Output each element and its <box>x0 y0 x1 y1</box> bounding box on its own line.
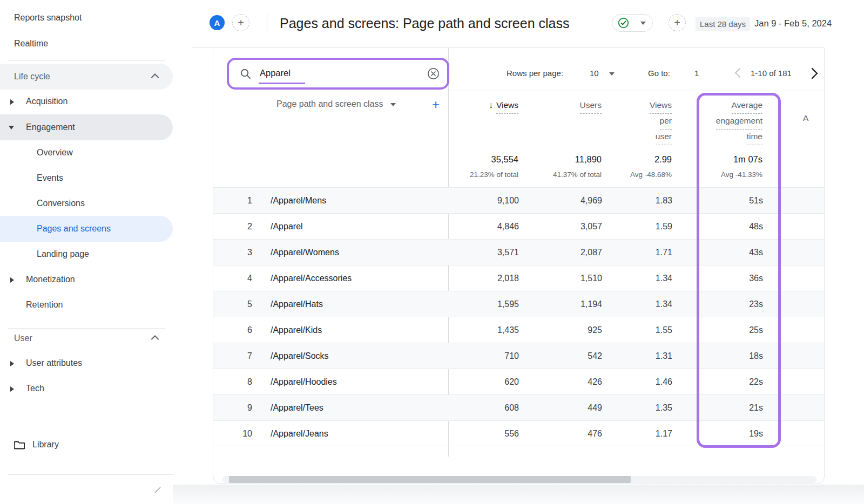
sidebar-item-user-attributes[interactable]: User attributes <box>0 350 173 376</box>
totals-views-per-user: 2.99 <box>600 154 672 165</box>
sidebar-item-engagement[interactable]: Engagement <box>0 114 173 140</box>
totals-views-per-user-sub: Avg -48.68% <box>600 171 672 179</box>
sidebar-item-label: User attributes <box>26 358 82 368</box>
search-value-underline <box>259 83 305 84</box>
expand-down-icon <box>9 126 14 130</box>
search-icon <box>240 68 252 80</box>
sidebar-item-conversions[interactable]: Conversions <box>0 190 173 216</box>
check-circle-icon <box>618 17 629 29</box>
sidebar-item-retention[interactable]: Retention <box>0 292 173 318</box>
table-row[interactable]: 10 /Apparel/Jeans 556 476 1.17 19s <box>213 420 824 446</box>
section-label: Life cycle <box>14 72 50 81</box>
add-dimension-button[interactable]: + <box>432 97 440 112</box>
go-to-label: Go to: <box>648 69 670 78</box>
date-range-value[interactable]: Jan 9 - Feb 5, 2024 <box>754 18 832 29</box>
date-range-preset[interactable]: Last 28 days <box>696 17 750 31</box>
totals-avg-engagement: 1m 07s <box>691 154 762 165</box>
sidebar-item-label: Library <box>32 440 59 449</box>
sidebar-item-label: Events <box>37 173 63 183</box>
sidebar-item-label: Conversions <box>37 199 85 208</box>
table-row[interactable]: 6 /Apparel/Kids 1,435 925 1.55 25s <box>213 317 824 343</box>
sidebar-item-label: Reports snapshot <box>14 13 82 23</box>
sidebar-item-library[interactable]: Library <box>0 432 173 458</box>
totals-views: 35,554 <box>448 154 518 165</box>
reports-sidebar: Reports snapshot Realtime Life cycle Acq… <box>0 0 173 504</box>
go-to-input[interactable]: 1 <box>694 69 699 78</box>
table-row[interactable]: 5 /Apparel/Hats 1,595 1,194 1.34 23s <box>213 291 824 317</box>
sidebar-item-overview[interactable]: Overview <box>0 140 173 166</box>
sidebar-item-reports-snapshot[interactable]: Reports snapshot <box>0 5 173 31</box>
resize-handle-icon[interactable] <box>153 486 162 494</box>
sidebar-item-label: Overview <box>37 148 73 158</box>
rows-per-page-value[interactable]: 10 <box>590 69 599 78</box>
column-header-views[interactable]: ↓Views <box>448 98 518 114</box>
column-header-views-per-user[interactable]: Views per user <box>600 98 672 145</box>
search-highlight-annotation: Apparel <box>227 58 449 90</box>
totals-users: 11,890 <box>530 154 602 165</box>
report-status-button[interactable] <box>612 14 653 32</box>
table-row[interactable]: 8 /Apparel/Hoodies 620 426 1.46 22s <box>213 369 824 394</box>
chevron-up-icon <box>151 335 159 340</box>
next-page-icon[interactable] <box>811 67 818 79</box>
search-value: Apparel <box>260 68 291 78</box>
sort-descending-icon: ↓ <box>489 100 493 110</box>
dimension-header[interactable]: Page path and screen class <box>276 99 396 109</box>
pagination-range: 1-10 of 181 <box>751 69 792 78</box>
chevron-down-icon <box>640 22 646 25</box>
rows-per-page-label: Rows per page: <box>507 69 563 78</box>
dimension-dropdown-icon <box>390 103 396 106</box>
chevron-up-icon <box>151 73 159 78</box>
toolbar-border <box>449 91 824 91</box>
sidebar-item-label: Acquisition <box>26 97 68 106</box>
sidebar-item-label: Engagement <box>26 122 75 132</box>
sidebar-item-label: Landing page <box>37 249 89 259</box>
table-row[interactable]: 3 /Apparel/Womens 3,571 2,087 1.71 43s <box>213 239 824 265</box>
sidebar-item-landing-page[interactable]: Landing page <box>0 241 173 267</box>
sidebar-item-label: Tech <box>26 384 44 393</box>
table-row[interactable]: 1 /Apparel/Mens 9,100 4,969 1.83 51s <box>213 187 824 213</box>
sidebar-item-monetization[interactable]: Monetization <box>0 267 173 292</box>
sidebar-section-life-cycle[interactable]: Life cycle <box>0 64 173 90</box>
search-input[interactable]: Apparel <box>229 60 447 87</box>
header-border <box>192 47 213 48</box>
section-label: User <box>14 333 32 343</box>
table-row[interactable]: 4 /Apparel/Accessories 2,018 1,510 1.34 … <box>213 265 824 291</box>
add-comparison-button[interactable]: + <box>232 14 249 31</box>
column-header-users[interactable]: Users <box>530 98 602 114</box>
horizontal-scrollbar-thumb[interactable] <box>229 476 631 483</box>
rows-per-page-dropdown-icon[interactable] <box>609 72 615 76</box>
sidebar-item-label: Monetization <box>26 275 75 284</box>
sidebar-item-label: Retention <box>26 300 63 310</box>
sidebar-item-events[interactable]: Events <box>0 165 173 191</box>
sidebar-item-label: Pages and screens <box>37 224 111 234</box>
dimension-header-label: Page path and screen class <box>276 99 383 109</box>
avatar[interactable]: A <box>210 15 225 30</box>
header-divider <box>267 12 267 33</box>
expand-right-icon <box>10 99 14 105</box>
previous-page-icon[interactable] <box>734 67 741 78</box>
table-row[interactable]: 7 /Apparel/Socks 710 542 1.31 18s <box>213 343 824 369</box>
expand-right-icon <box>10 361 14 366</box>
clear-search-icon[interactable] <box>427 67 440 80</box>
add-report-button[interactable]: + <box>669 14 686 31</box>
sidebar-item-acquisition[interactable]: Acquisition <box>0 88 173 114</box>
sidebar-item-tech[interactable]: Tech <box>0 376 173 401</box>
totals-users-sub: 41.37% of total <box>530 171 602 179</box>
page-title: Pages and screens: Page path and screen … <box>280 16 569 31</box>
expand-right-icon <box>10 386 14 392</box>
table-row[interactable]: 2 /Apparel 4,846 3,057 1.59 48s <box>213 213 824 239</box>
folder-icon <box>14 440 25 449</box>
column-header-average-engagement-time[interactable]: Average engagement time <box>691 98 762 145</box>
sidebar-divider <box>8 474 173 475</box>
sidebar-item-label: Realtime <box>14 39 48 49</box>
table-row[interactable]: 9 /Apparel/Tees 608 449 1.35 21s <box>213 394 824 420</box>
sidebar-item-pages-and-screens[interactable]: Pages and screens <box>0 216 173 242</box>
clipped-next-column: A <box>803 113 808 123</box>
sidebar-divider <box>8 60 165 61</box>
totals-avg-engagement-sub: Avg -41.33% <box>691 171 762 179</box>
sidebar-item-realtime[interactable]: Realtime <box>0 31 173 57</box>
sidebar-section-user[interactable]: User <box>0 325 173 351</box>
totals-views-sub: 21.23% of total <box>448 171 518 179</box>
expand-right-icon <box>10 277 14 283</box>
page-background <box>173 485 864 504</box>
